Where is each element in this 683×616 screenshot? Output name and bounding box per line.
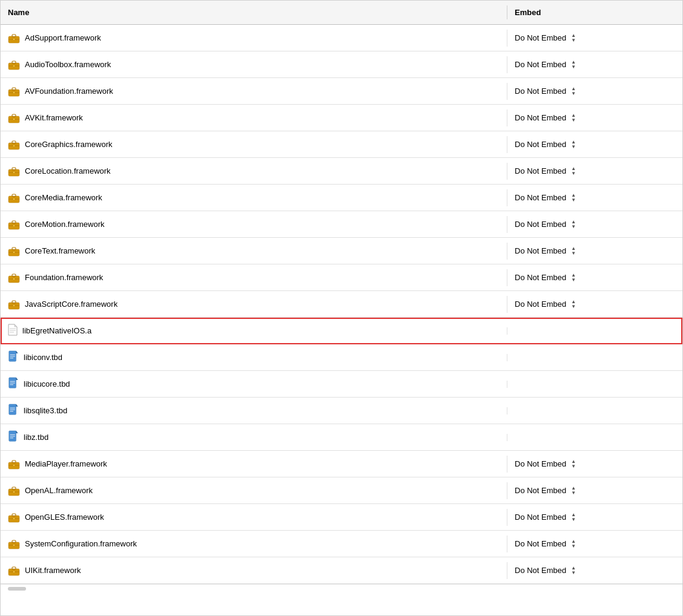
embed-stepper[interactable]: ▲ ▼ bbox=[571, 246, 576, 256]
embed-cell[interactable]: Do Not Embed ▲ ▼ bbox=[507, 136, 682, 153]
embed-stepper[interactable]: ▲ ▼ bbox=[571, 459, 576, 469]
table-row[interactable]: CoreGraphics.framework Do Not Embed ▲ ▼ bbox=[1, 131, 682, 158]
item-name: UIKit.framework bbox=[25, 566, 81, 575]
embed-cell[interactable]: Do Not Embed ▲ ▼ bbox=[507, 482, 682, 499]
embed-stepper[interactable]: ▲ ▼ bbox=[571, 140, 576, 149]
embed-stepper[interactable]: ▲ ▼ bbox=[571, 539, 576, 549]
embed-stepper[interactable]: ▲ ▼ bbox=[571, 33, 576, 43]
embed-cell[interactable]: Do Not Embed ▲ ▼ bbox=[507, 269, 682, 286]
framework-icon bbox=[8, 272, 20, 283]
table-row[interactable]: AudioToolbox.framework Do Not Embed ▲ ▼ bbox=[1, 51, 682, 78]
embed-stepper[interactable]: ▲ ▼ bbox=[571, 273, 576, 283]
embed-value: Do Not Embed bbox=[515, 273, 566, 282]
embed-cell[interactable]: Do Not Embed ▲ ▼ bbox=[507, 216, 682, 233]
svg-rect-7 bbox=[13, 65, 15, 67]
svg-rect-86 bbox=[12, 514, 16, 516]
item-name: SystemConfiguration.framework bbox=[25, 539, 137, 548]
name-cell: CoreMedia.framework bbox=[1, 189, 507, 207]
name-cell: CoreMotion.framework bbox=[1, 215, 507, 234]
embed-stepper[interactable]: ▲ ▼ bbox=[571, 220, 576, 229]
embed-cell[interactable]: Do Not Embed ▲ ▼ bbox=[507, 243, 682, 260]
embed-cell[interactable]: Do Not Embed ▲ ▼ bbox=[507, 30, 682, 47]
framework-icon bbox=[8, 246, 20, 257]
embed-value: Do Not Embed bbox=[515, 539, 566, 548]
scrollbar-area[interactable] bbox=[1, 584, 682, 593]
embed-stepper[interactable]: ▲ ▼ bbox=[571, 566, 576, 575]
svg-rect-23 bbox=[13, 171, 15, 173]
name-cell: OpenAL.framework bbox=[1, 482, 507, 500]
embed-stepper[interactable]: ▲ ▼ bbox=[571, 60, 576, 70]
table-row[interactable]: SystemConfiguration.framework Do Not Emb… bbox=[1, 531, 682, 557]
table-header: Name Embed bbox=[1, 1, 682, 25]
embed-stepper[interactable]: ▲ ▼ bbox=[571, 87, 576, 96]
embed-cell[interactable]: Do Not Embed ▲ ▼ bbox=[507, 189, 682, 206]
embed-stepper[interactable]: ▲ ▼ bbox=[571, 513, 576, 522]
embed-column-header: Embed bbox=[507, 5, 682, 19]
embed-cell[interactable]: Do Not Embed ▲ ▼ bbox=[507, 110, 682, 126]
framework-icon bbox=[8, 139, 20, 150]
table-row[interactable]: UIKit.framework Do Not Embed ▲ ▼ bbox=[1, 557, 682, 584]
table-row[interactable]: MediaPlayer.framework Do Not Embed ▲ ▼ bbox=[1, 451, 682, 477]
framework-icon bbox=[8, 485, 20, 496]
table-row[interactable]: AVFoundation.framework Do Not Embed ▲ ▼ bbox=[1, 78, 682, 105]
item-name: libz.tbd bbox=[24, 433, 48, 442]
embed-cell[interactable]: Do Not Embed ▲ ▼ bbox=[507, 163, 682, 180]
table-row[interactable]: CoreMedia.framework Do Not Embed ▲ ▼ bbox=[1, 185, 682, 211]
table-row[interactable]: CoreMotion.framework Do Not Embed ▲ ▼ bbox=[1, 211, 682, 238]
embed-cell bbox=[507, 407, 682, 414]
embed-stepper[interactable]: ▲ ▼ bbox=[571, 193, 576, 203]
table-row[interactable]: JavaScriptCore.framework Do Not Embed ▲ … bbox=[1, 291, 682, 318]
embed-cell[interactable]: Do Not Embed ▲ ▼ bbox=[507, 83, 682, 100]
table-row[interactable]: CoreLocation.framework Do Not Embed ▲ ▼ bbox=[1, 158, 682, 185]
embed-cell[interactable]: Do Not Embed ▲ ▼ bbox=[507, 536, 682, 552]
svg-rect-11 bbox=[13, 91, 15, 93]
table-row[interactable]: OpenGLES.framework Do Not Embed ▲ ▼ bbox=[1, 504, 682, 531]
name-cell: AVKit.framework bbox=[1, 109, 507, 127]
name-cell: UIKit.framework bbox=[1, 562, 507, 580]
table-row[interactable]: libz.tbd bbox=[1, 424, 682, 451]
framework-icon bbox=[8, 459, 20, 470]
name-cell: MediaPlayer.framework bbox=[1, 455, 507, 473]
table-row[interactable]: libsqlite3.tbd bbox=[1, 398, 682, 424]
table-row[interactable]: libEgretNativeIOS.a bbox=[1, 318, 682, 344]
item-name: AVKit.framework bbox=[25, 113, 83, 122]
name-cell: libsqlite3.tbd bbox=[1, 400, 507, 421]
name-cell: AdSupport.framework bbox=[1, 29, 507, 47]
name-cell: Foundation.framework bbox=[1, 269, 507, 287]
table-row[interactable]: AVKit.framework Do Not Embed ▲ ▼ bbox=[1, 105, 682, 131]
embed-cell[interactable]: Do Not Embed ▲ ▼ bbox=[507, 456, 682, 473]
table-row[interactable]: libicucore.tbd bbox=[1, 371, 682, 398]
embed-value: Do Not Embed bbox=[515, 246, 566, 255]
embed-stepper[interactable]: ▲ ▼ bbox=[571, 166, 576, 176]
table-row[interactable]: libiconv.tbd bbox=[1, 344, 682, 371]
table-body: AdSupport.framework Do Not Embed ▲ ▼ Aud… bbox=[1, 25, 682, 584]
svg-rect-78 bbox=[12, 460, 16, 463]
embed-cell[interactable]: Do Not Embed ▲ ▼ bbox=[507, 509, 682, 526]
embed-cell[interactable]: Do Not Embed ▲ ▼ bbox=[507, 56, 682, 73]
framework-icon bbox=[8, 86, 20, 97]
svg-rect-92 bbox=[13, 544, 15, 546]
table-row[interactable]: Foundation.framework Do Not Embed ▲ ▼ bbox=[1, 264, 682, 291]
embed-stepper[interactable]: ▲ ▼ bbox=[571, 300, 576, 309]
embed-stepper[interactable]: ▲ ▼ bbox=[571, 113, 576, 123]
embed-value: Do Not Embed bbox=[515, 33, 566, 42]
name-cell: SystemConfiguration.framework bbox=[1, 535, 507, 553]
embed-value: Do Not Embed bbox=[515, 300, 566, 309]
table-row[interactable]: AdSupport.framework Do Not Embed ▲ ▼ bbox=[1, 25, 682, 51]
item-name: CoreLocation.framework bbox=[25, 166, 111, 175]
item-name: CoreText.framework bbox=[25, 246, 95, 255]
tbd-icon bbox=[8, 350, 19, 364]
tbd-icon bbox=[8, 404, 19, 418]
table-row[interactable]: OpenAL.framework Do Not Embed ▲ ▼ bbox=[1, 477, 682, 504]
embed-cell[interactable]: Do Not Embed ▲ ▼ bbox=[507, 296, 682, 313]
svg-rect-88 bbox=[13, 517, 15, 519]
svg-rect-5 bbox=[12, 61, 16, 64]
item-name: CoreMotion.framework bbox=[25, 220, 105, 229]
embed-value: Do Not Embed bbox=[515, 193, 566, 202]
embed-cell bbox=[507, 381, 682, 388]
embed-cell[interactable]: Do Not Embed ▲ ▼ bbox=[507, 562, 682, 579]
table-row[interactable]: CoreText.framework Do Not Embed ▲ ▼ bbox=[1, 238, 682, 264]
embed-value: Do Not Embed bbox=[515, 60, 566, 69]
framework-icon bbox=[8, 512, 20, 523]
embed-stepper[interactable]: ▲ ▼ bbox=[571, 486, 576, 496]
